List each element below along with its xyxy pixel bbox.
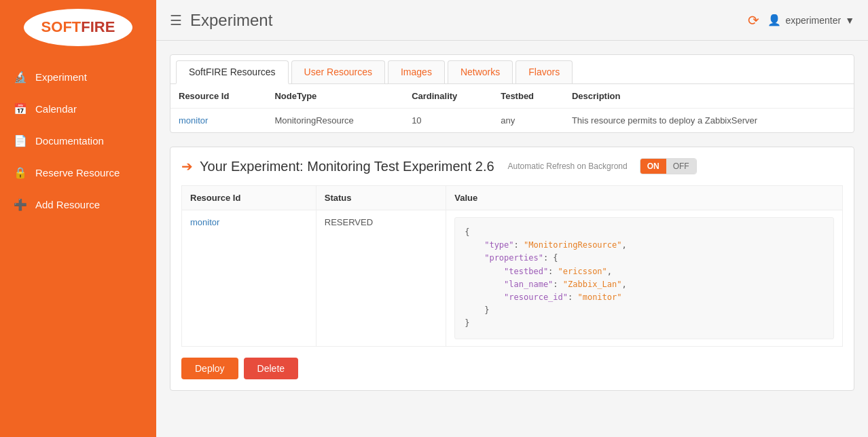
exp-cell-resource-id: monitor [182,210,317,347]
table-row: monitor MonitoringResource 10 any This r… [170,109,854,133]
toggle-off-button[interactable]: OFF [666,159,696,174]
sidebar-item-add-resource[interactable]: ➕ Add Resource [0,189,156,221]
col-description: Description [564,84,854,109]
main-content: ☰ Experiment ⟳ 👤 experimenter ▼ SoftFIRE… [156,0,868,437]
tab-softfire-resources[interactable]: SoftFIRE Resources [176,60,289,84]
col-cardinality: Cardinality [403,84,492,109]
logo-oval: SOFTFIRE [24,9,132,46]
exp-col-status: Status [316,186,446,210]
exp-table-row: monitor RESERVED { "type": "MonitoringRe… [182,210,843,347]
documentation-icon: 📄 [14,134,27,147]
user-icon: 👤 [767,14,781,26]
experiment-icon: 🔬 [14,71,27,83]
lock-icon: 🔒 [14,166,27,179]
resource-table: Resource Id NodeType Cardinality Testbed… [170,84,854,132]
tabs-panel: SoftFIRE Resources User Resources Images… [170,54,854,133]
experiment-table: Resource Id Status Value monitor RESERVE… [181,185,843,347]
content-area: SoftFIRE Resources User Resources Images… [156,41,868,437]
sidebar-item-reserve-resource[interactable]: 🔒 Reserve Resource [0,157,156,189]
username: experimenter [785,15,841,26]
user-badge[interactable]: 👤 experimenter ▼ [767,14,854,26]
sidebar-item-label-documentation: Documentation [35,135,104,147]
tabs-bar: SoftFIRE Resources User Resources Images… [170,55,854,84]
col-resource-id: Resource Id [170,84,266,109]
logo-soft: SOFT [41,18,82,35]
exp-cell-status: RESERVED [316,210,446,347]
toggle-group: ON OFF [640,158,697,174]
col-testbed: Testbed [492,84,564,109]
cell-testbed: any [492,109,564,133]
experiment-title: Your Experiment: Monitoring Test Experim… [200,159,494,174]
sidebar-item-experiment[interactable]: 🔬 Experiment [0,61,156,93]
calendar-icon: 📅 [14,102,27,115]
sidebar-item-label-experiment: Experiment [35,71,87,83]
external-link-icon[interactable]: ➔ [181,158,193,174]
tab-user-resources[interactable]: User Resources [291,60,385,83]
action-buttons: Deploy Delete [181,358,843,379]
menu-icon[interactable]: ☰ [170,12,182,28]
sidebar-item-label-calendar: Calendar [35,103,77,115]
sidebar-item-label-add: Add Resource [35,199,100,210]
sidebar-logo: SOFTFIRE [0,0,156,54]
exp-col-value: Value [446,186,843,210]
tab-images[interactable]: Images [388,60,445,83]
refresh-icon[interactable]: ⟳ [748,12,759,28]
tab-flavors[interactable]: Flavors [516,60,573,83]
sidebar-item-documentation[interactable]: 📄 Documentation [0,125,156,157]
logo-fire: FIRE [81,18,115,35]
sidebar-item-label-reserve: Reserve Resource [35,167,120,178]
header: ☰ Experiment ⟳ 👤 experimenter ▼ [156,0,868,41]
experiment-section: ➔ Your Experiment: Monitoring Test Exper… [170,147,854,391]
page-title: Experiment [190,11,740,30]
deploy-button[interactable]: Deploy [181,358,238,379]
cell-description: This resource permits to deploy a Zabbix… [564,109,854,133]
auto-refresh-label: Automatic Refresh on Backgrond [508,162,628,171]
toggle-on-button[interactable]: ON [640,159,666,174]
json-value-block: { "type": "MonitoringResource", "propert… [454,217,834,339]
header-right: ⟳ 👤 experimenter ▼ [748,12,854,28]
sidebar-nav: 🔬 Experiment 📅 Calendar 📄 Documentation … [0,61,156,221]
exp-col-resource-id: Resource Id [182,186,317,210]
exp-cell-value: { "type": "MonitoringResource", "propert… [446,210,843,347]
cell-node-type: MonitoringResource [266,109,403,133]
chevron-down-icon: ▼ [845,15,854,26]
tab-networks[interactable]: Networks [448,60,513,83]
delete-button[interactable]: Delete [244,358,298,379]
sidebar-item-calendar[interactable]: 📅 Calendar [0,93,156,125]
cell-cardinality: 10 [403,109,492,133]
cell-resource-id[interactable]: monitor [170,109,266,133]
plus-icon: ➕ [14,198,27,211]
col-node-type: NodeType [266,84,403,109]
logo-text: SOFTFIRE [41,18,115,36]
sidebar: SOFTFIRE 🔬 Experiment 📅 Calendar 📄 Docum… [0,0,156,437]
experiment-header: ➔ Your Experiment: Monitoring Test Exper… [181,158,843,174]
